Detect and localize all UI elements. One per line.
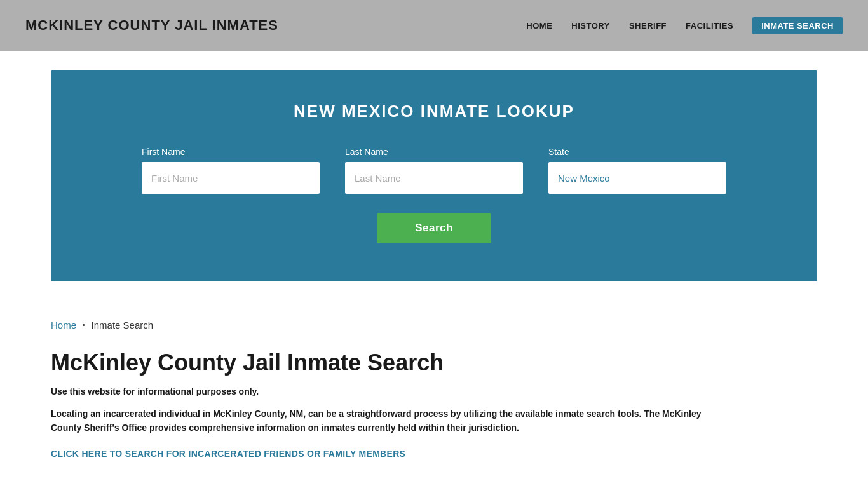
nav-home[interactable]: HOME [526, 21, 552, 30]
state-label: State [548, 147, 726, 157]
disclaimer-text: Use this website for informational purpo… [51, 386, 817, 396]
search-button[interactable]: Search [377, 213, 491, 243]
nav-history[interactable]: HISTORY [571, 21, 610, 30]
first-name-input[interactable] [142, 162, 320, 194]
last-name-group: Last Name [345, 147, 523, 194]
first-name-label: First Name [142, 147, 320, 157]
state-input[interactable] [548, 162, 726, 194]
main-nav: HOME HISTORY SHERIFF FACILITIES INMATE S… [526, 17, 843, 34]
nav-facilities[interactable]: FACILITIES [686, 21, 733, 30]
breadcrumb-home[interactable]: Home [51, 320, 76, 330]
form-fields: First Name Last Name State [76, 147, 792, 194]
nav-inmate-search[interactable]: INMATE SEARCH [752, 17, 843, 34]
banner-title: NEW MEXICO INMATE LOOKUP [294, 102, 574, 121]
first-name-group: First Name [142, 147, 320, 194]
main-content: McKinley County Jail Inmate Search Use t… [0, 337, 868, 485]
site-title: MCKINLEY COUNTY JAIL INMATES [25, 17, 278, 34]
search-banner: NEW MEXICO INMATE LOOKUP First Name Last… [51, 70, 817, 281]
site-header: MCKINLEY COUNTY JAIL INMATES HOME HISTOR… [0, 0, 868, 51]
nav-sheriff[interactable]: SHERIFF [629, 21, 667, 30]
page-title: McKinley County Jail Inmate Search [51, 349, 817, 376]
last-name-label: Last Name [345, 147, 523, 157]
body-text: Locating an incarcerated individual in M… [51, 407, 718, 435]
breadcrumb: Home • Inmate Search [0, 301, 868, 337]
breadcrumb-current: Inmate Search [92, 320, 154, 330]
last-name-input[interactable] [345, 162, 523, 194]
breadcrumb-separator: • [83, 322, 85, 329]
state-group: State [548, 147, 726, 194]
inmate-lookup-form: First Name Last Name State Search [76, 147, 792, 243]
search-cta-link[interactable]: CLICK HERE to Search for Incarcerated Fr… [51, 449, 405, 459]
